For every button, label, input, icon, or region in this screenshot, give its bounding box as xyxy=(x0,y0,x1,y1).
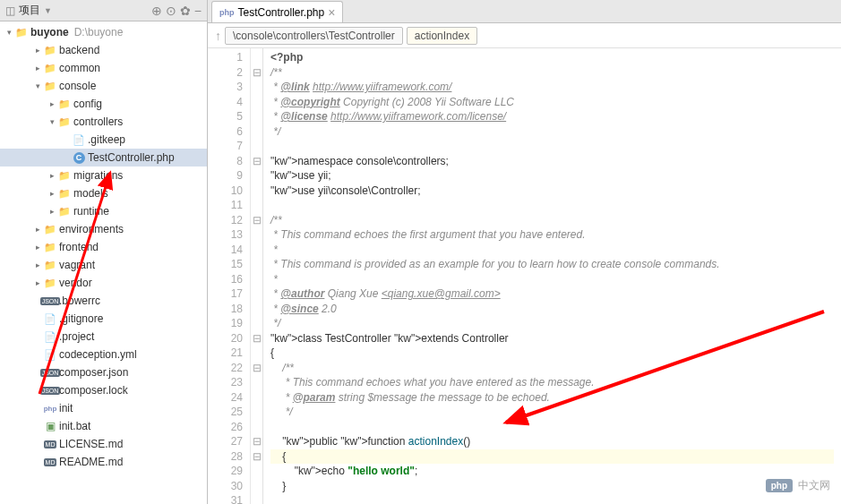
file-icon: php xyxy=(43,401,57,415)
target-icon[interactable]: ⊙ xyxy=(166,4,176,18)
folder-icon: 📁 xyxy=(43,258,57,272)
tree-label: LICENSE.md xyxy=(59,438,123,450)
php-icon: php xyxy=(219,8,235,17)
tree-item-init[interactable]: phpinit xyxy=(0,399,207,417)
tree-item-models[interactable]: ▸📁models xyxy=(0,184,207,202)
tree-item--gitignore[interactable]: 📄.gitignore xyxy=(0,310,207,328)
dropdown-icon[interactable]: ▼ xyxy=(44,6,52,15)
folder-icon: 📁 xyxy=(57,168,72,183)
expand-icon[interactable]: ▸ xyxy=(47,99,57,108)
project-sidebar: ◫ 项目 ▼ ⊕ ⊙ ✿ − ▾ 📁 buyone D:\buyone ▸📁ba… xyxy=(0,0,208,504)
expand-icon[interactable]: ▾ xyxy=(4,28,14,37)
file-icon: MD xyxy=(43,455,57,469)
expand-icon[interactable]: ▸ xyxy=(47,207,57,216)
tree-item--project[interactable]: 📄.project xyxy=(0,328,207,346)
tree-item-config[interactable]: ▸📁config xyxy=(0,95,207,113)
expand-icon[interactable]: ▸ xyxy=(47,189,57,198)
project-view-icon: ◫ xyxy=(5,4,15,17)
tree-label: codeception.yml xyxy=(59,348,137,361)
tree-item--gitkeep[interactable]: 📄.gitkeep xyxy=(0,131,207,149)
project-name: buyone xyxy=(30,26,69,38)
tree-item-TestController-php[interactable]: CTestController.php xyxy=(0,149,207,167)
file-icon: MD xyxy=(43,437,57,451)
file-icon: 📄 xyxy=(43,329,57,344)
sidebar-title: 项目 xyxy=(19,3,40,18)
breadcrumb: ↑ \console\controllers\TestController ac… xyxy=(208,23,841,48)
tree-item-console[interactable]: ▾📁console xyxy=(0,77,207,95)
file-icon: 📄 xyxy=(72,132,86,147)
tree-label: migrations xyxy=(73,169,123,182)
tree-label: .gitignore xyxy=(59,312,103,325)
tree-label: backend xyxy=(59,44,99,56)
tree-item-vagrant[interactable]: ▸📁vagrant xyxy=(0,256,207,274)
code-content[interactable]: <?php/** * @link http://www.yiiframework… xyxy=(263,48,841,504)
sidebar-actions: ⊕ ⊙ ✿ − xyxy=(151,4,202,18)
tree-label: .bowerrc xyxy=(59,295,100,307)
folder-icon: 📁 xyxy=(43,240,57,254)
tree-item-init-bat[interactable]: ▣init.bat xyxy=(0,417,207,435)
folder-icon: 📁 xyxy=(43,276,57,290)
breadcrumb-method[interactable]: actionIndex xyxy=(407,27,477,45)
expand-icon[interactable]: ▾ xyxy=(32,81,43,90)
tree-item-README-md[interactable]: MDREADME.md xyxy=(0,453,207,471)
tree-item-frontend[interactable]: ▸📁frontend xyxy=(0,238,207,256)
expand-icon[interactable]: ▸ xyxy=(32,225,43,234)
tree-label: environments xyxy=(59,223,124,235)
expand-icon[interactable]: ▸ xyxy=(32,278,43,287)
expand-icon[interactable]: ▸ xyxy=(47,171,57,180)
minimize-icon[interactable]: − xyxy=(194,4,202,18)
watermark: php 中文网 xyxy=(766,478,830,493)
expand-icon[interactable]: ▸ xyxy=(32,64,43,73)
tree-label: README.md xyxy=(59,456,123,468)
code-editor[interactable]: 1234567891011121314151617181920212223242… xyxy=(208,48,841,504)
file-icon: JSON xyxy=(43,294,57,308)
close-icon[interactable]: × xyxy=(328,5,335,20)
file-icon: C xyxy=(72,150,86,165)
tree-item-backend[interactable]: ▸📁backend xyxy=(0,41,207,59)
tree-label: .gitkeep xyxy=(88,133,125,146)
fold-gutter: ⊟⊟⊟⊟⊟⊟⊟ xyxy=(251,48,263,504)
tab-label: TestController.php xyxy=(238,6,325,19)
tree-label: runtime xyxy=(73,205,109,218)
expand-icon[interactable]: ▸ xyxy=(32,261,43,269)
editor-area: php TestController.php × ↑ \console\cont… xyxy=(208,0,841,504)
tree-item-migrations[interactable]: ▸📁migrations xyxy=(0,167,207,184)
folder-icon: 📁 xyxy=(57,97,72,111)
tree-item-common[interactable]: ▸📁common xyxy=(0,59,207,77)
expand-icon[interactable]: ▸ xyxy=(32,46,43,55)
breadcrumb-up-icon[interactable]: ↑ xyxy=(215,29,221,43)
tree-item--bowerrc[interactable]: JSON.bowerrc xyxy=(0,292,207,310)
collapse-icon[interactable]: ⊕ xyxy=(151,4,162,18)
folder-icon: 📁 xyxy=(57,204,72,218)
breadcrumb-path[interactable]: \console\controllers\TestController xyxy=(225,27,403,45)
tree-item-vendor[interactable]: ▸📁vendor xyxy=(0,274,207,292)
tree-item-runtime[interactable]: ▸📁runtime xyxy=(0,202,207,220)
tree-label: frontend xyxy=(59,241,99,253)
tree-item-environments[interactable]: ▸📁environments xyxy=(0,220,207,238)
tree-label: .project xyxy=(59,330,94,343)
tree-item-codeception-yml[interactable]: 📄codeception.yml xyxy=(0,346,207,363)
tab-testcontroller[interactable]: php TestController.php × xyxy=(211,1,343,22)
tree-label: composer.json xyxy=(59,366,128,379)
tree-label: init.bat xyxy=(59,420,90,432)
tree-item-composer-lock[interactable]: JSONcomposer.lock xyxy=(0,381,207,399)
tree-label: vendor xyxy=(59,277,92,289)
file-icon: ▣ xyxy=(43,419,57,433)
folder-icon: 📁 xyxy=(43,61,57,75)
sidebar-header: ◫ 项目 ▼ ⊕ ⊙ ✿ − xyxy=(0,0,207,21)
project-root[interactable]: ▾ 📁 buyone D:\buyone xyxy=(0,23,207,41)
tree-label: models xyxy=(73,187,108,200)
tree-label: console xyxy=(59,80,96,92)
tree-label: TestController.php xyxy=(88,151,175,164)
tree-item-controllers[interactable]: ▾📁controllers xyxy=(0,113,207,131)
expand-icon[interactable]: ▸ xyxy=(32,243,43,252)
watermark-text: 中文网 xyxy=(798,478,830,493)
tree-item-LICENSE-md[interactable]: MDLICENSE.md xyxy=(0,435,207,453)
tree-label: init xyxy=(59,402,73,414)
gear-icon[interactable]: ✿ xyxy=(180,4,191,18)
project-path: D:\buyone xyxy=(74,26,124,38)
expand-icon[interactable]: ▾ xyxy=(47,117,57,126)
tree-item-composer-json[interactable]: JSONcomposer.json xyxy=(0,363,207,381)
tree-label: common xyxy=(59,62,100,74)
tree-label: vagrant xyxy=(59,259,95,271)
